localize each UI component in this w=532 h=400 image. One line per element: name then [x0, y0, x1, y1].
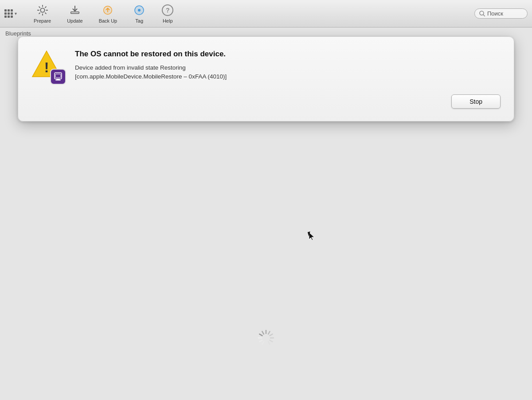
- dialog-footer: Stop: [31, 94, 501, 109]
- svg-point-6: [138, 9, 141, 12]
- svg-rect-1: [71, 12, 79, 13]
- loading-spinner: [257, 329, 275, 347]
- toolbar-item-help[interactable]: ? Help: [153, 2, 182, 25]
- search-label: Поиск: [487, 10, 503, 17]
- grid-icon[interactable]: [4, 9, 13, 18]
- device-icon: [50, 69, 66, 85]
- svg-text:!: !: [44, 59, 49, 75]
- chevron-down-icon[interactable]: ▾: [15, 11, 17, 16]
- tag-icon: [133, 4, 145, 16]
- help-label: Help: [163, 18, 173, 24]
- toolbar-item-update[interactable]: Update: [59, 2, 90, 25]
- gear-icon: [36, 4, 49, 16]
- svg-line-20: [268, 342, 270, 345]
- toolbar-items: Prepare Update Back Up: [26, 2, 474, 25]
- toolbar-item-prepare[interactable]: Prepare: [26, 2, 59, 25]
- svg-line-23: [259, 340, 262, 342]
- toolbar-item-backup[interactable]: Back Up: [91, 2, 125, 25]
- svg-rect-13: [55, 80, 61, 81]
- device-svg-icon: [53, 72, 63, 82]
- stop-button[interactable]: Stop: [451, 94, 501, 109]
- backup-icon: [102, 4, 114, 16]
- error-dialog: ! The OS cannot be restored on this devi…: [18, 36, 514, 122]
- svg-line-19: [270, 340, 273, 342]
- search-icon: [479, 11, 485, 16]
- dialog-text-area: The OS cannot be restored on this device…: [75, 49, 501, 82]
- svg-marker-27: [309, 232, 314, 240]
- svg-rect-12: [56, 79, 60, 80]
- search-bar[interactable]: Поиск: [474, 8, 528, 19]
- dialog-message: Device added from invalid state Restorin…: [75, 63, 501, 82]
- svg-point-0: [40, 8, 44, 12]
- blueprints-label: Blueprints: [5, 30, 31, 37]
- update-label: Update: [67, 18, 82, 24]
- toolbar: ▾ Prepare Update: [0, 0, 532, 27]
- dialog-body: ! The OS cannot be restored on this devi…: [31, 49, 501, 85]
- svg-line-16: [268, 331, 270, 334]
- prepare-label: Prepare: [34, 18, 51, 24]
- svg-line-22: [262, 342, 264, 345]
- download-icon: [69, 4, 81, 16]
- svg-line-17: [270, 334, 273, 336]
- svg-line-25: [259, 334, 262, 336]
- main-content: ! The OS cannot be restored on this devi…: [0, 27, 532, 400]
- tag-label: Tag: [135, 18, 143, 24]
- toolbar-item-tag[interactable]: Tag: [125, 2, 153, 25]
- svg-line-8: [483, 15, 485, 16]
- svg-line-26: [262, 331, 264, 334]
- backup-label: Back Up: [99, 18, 117, 24]
- svg-rect-14: [55, 74, 61, 78]
- help-icon: ?: [161, 4, 174, 16]
- dialog-icon-area: !: [31, 49, 66, 85]
- dialog-title: The OS cannot be restored on this device…: [75, 49, 501, 59]
